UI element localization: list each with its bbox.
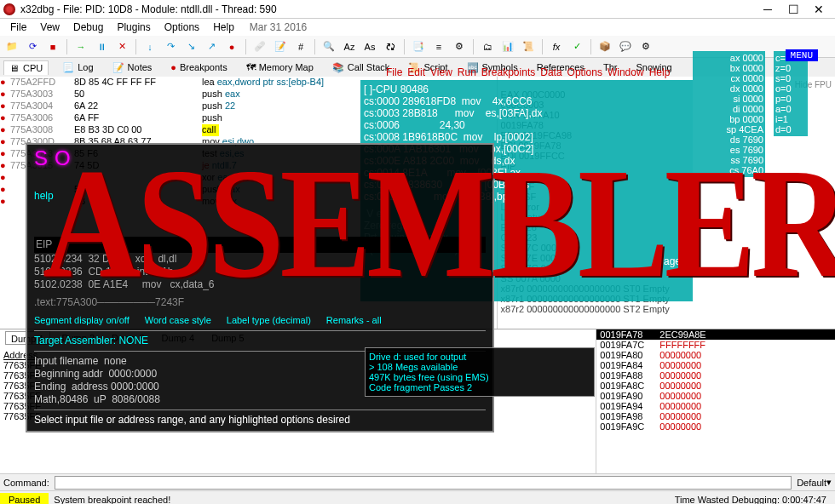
check-icon[interactable]: ✓ [568,38,585,55]
run-icon[interactable]: → [72,38,89,55]
stack-icon: 📚 [332,62,344,73]
calc-icon[interactable]: fx [548,38,565,55]
menu-plugins[interactable]: Plugins [117,21,150,33]
opt-segment[interactable]: Segment display on/off [34,314,130,327]
note-icon[interactable]: # [292,38,309,55]
td-menu-run[interactable]: Run [458,66,476,78]
td-menu-edit[interactable]: Edit [407,66,425,78]
bp-icon[interactable]: ● [223,38,240,55]
td-menu-file[interactable]: File [386,66,402,78]
stepout-icon[interactable]: ↗ [203,38,220,55]
seh-icon[interactable]: 📊 [499,38,516,55]
opt-wordcase[interactable]: Word case style [145,314,211,327]
menu-view[interactable]: Vew [40,21,60,33]
disk-info: Drive d: used for output > 108 Megs avai… [365,347,595,397]
refresh-icon[interactable]: ⟳ [24,38,41,55]
tab-notes[interactable]: 📝Notes [107,60,158,75]
open-icon[interactable]: 📁 [3,38,20,55]
td-menu-options[interactable]: Options [567,66,602,78]
stack-panel[interactable]: 0019FA782EC99A8E0019FA7CFFFFFFFF0019FA80… [596,329,835,473]
command-input[interactable] [55,476,792,490]
default-button[interactable]: Default [797,478,826,488]
cpu-icon: 🖥 [9,63,20,73]
comment-icon[interactable]: 💬 [617,38,634,55]
select-hint: Select input file or address range, and … [34,414,486,427]
sourcer-options: Segment display on/off Word case style L… [34,314,486,327]
status-bar: Paused System breakpoint reached! Time W… [0,490,835,504]
close-button[interactable]: ✕ [806,1,832,18]
window-titlebar: x32dbg - File: PID: 10D8 - Module: ntdll… [0,0,835,19]
help-line: help [34,190,486,203]
ref-icon[interactable]: 📑 [410,38,427,55]
dropdown-icon[interactable]: ▾ [826,477,832,488]
td-cpu-title: [ ]-CPU 80486 [364,83,689,95]
tab-callstack[interactable]: 📚Call Stack [327,60,395,75]
maximize-button[interactable]: ☐ [780,1,806,18]
td-menu-help[interactable]: Help [649,66,671,78]
td-menu-badge: MENU [786,49,818,61]
graph-icon[interactable]: 🗘 [382,38,399,55]
td-menu-data[interactable]: Data [540,66,561,78]
opt-label[interactable]: Label type (decimal) [227,314,311,327]
tab-breakpoints[interactable]: ●Breakponts [165,60,232,74]
app-icon [3,3,15,15]
asc-icon[interactable]: As [361,38,378,55]
segment-line: .text:775A300────────7243F [34,296,486,309]
trace-icon[interactable]: 📝 [272,38,289,55]
td-menubar: File Edit View Run Breakpoints Data Opti… [386,66,670,78]
tab-log[interactable]: 📃Log [57,60,98,75]
about-icon[interactable]: ⚙ [451,38,468,55]
log-icon: 📃 [62,62,74,73]
menu-date: Mar 31 2016 [250,21,307,33]
command-label: Command: [3,478,49,488]
menu-options[interactable]: Options [164,21,199,33]
tab-memorymap[interactable]: 🗺Memory Map [241,60,319,74]
bin-icon[interactable]: Az [341,38,358,55]
status-time: Time Wasted Debugging: 0:00:47:47 [675,495,835,505]
window-title: x32dbg - File: PID: 10D8 - Module: ntdll… [20,3,755,15]
script2-icon[interactable]: 📜 [520,38,537,55]
patch-icon[interactable]: 🩹 [251,38,268,55]
target-asm: Target Assembler: NONE [34,335,486,347]
td-menu-bp[interactable]: Breakpoints [481,66,535,78]
td-registers: ax 0000bx 0000cx 0000dx 0000si 0000di 00… [693,51,765,177]
minimize-button[interactable]: ─ [755,1,780,18]
menu-bar: File Vew Debug Plugins Options Help Mar … [0,19,835,36]
eip-label: EIP [34,237,486,253]
exit-icon[interactable]: ✕ [113,38,130,55]
gear-icon[interactable]: ⚙ [637,38,654,55]
status-message: System breakpoint reached! [54,495,170,505]
search-icon[interactable]: 🔍 [320,38,337,55]
tab-cpu[interactable]: 🖥CPU [3,60,49,75]
dot-icon: ● [170,62,176,72]
menu-file[interactable]: File [10,21,26,33]
opt-remarks[interactable]: Remarks - all [326,314,382,327]
td-menu-view[interactable]: View [430,66,452,78]
step-icon[interactable]: ↓ [141,38,158,55]
command-bar: Command: Default ▾ [0,473,835,490]
dump-icon[interactable]: 📦 [596,38,613,55]
menu-help[interactable]: Help [213,21,234,33]
stepin-icon[interactable]: ↘ [182,38,199,55]
td-menu-window[interactable]: Window [608,66,644,78]
sourcer-logo: SO [34,152,486,164]
td-flags: c=0z=0s=0o=0p=0a=0i=1d=0 [774,51,808,136]
thread-icon[interactable]: ≡ [430,38,447,55]
menu-debug[interactable]: Debug [73,21,103,33]
status-paused: Paused [0,493,49,505]
handles-icon[interactable]: 🗂 [479,38,496,55]
mem-icon: 🗺 [246,62,256,72]
notes-icon: 📝 [112,62,124,73]
pause-icon[interactable]: ⏸ [93,38,110,55]
stepover-icon[interactable]: ↷ [162,38,179,55]
stop-icon[interactable]: ■ [44,38,61,55]
